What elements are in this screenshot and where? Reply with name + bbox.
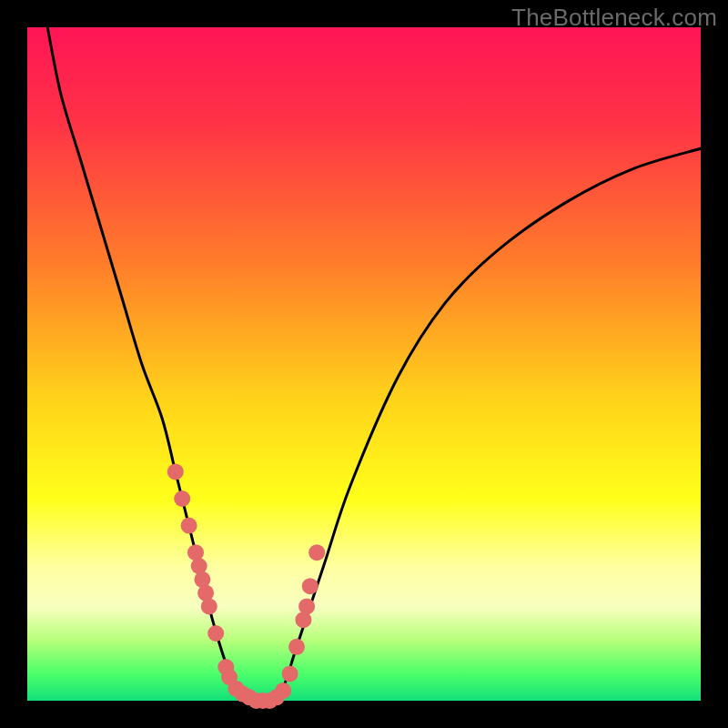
- marker-point: [174, 490, 190, 507]
- marker-point: [288, 639, 305, 655]
- marker-point: [167, 463, 184, 480]
- outer-frame: TheBottleneck.com: [0, 0, 728, 728]
- curve-overlay: [27, 27, 701, 701]
- marker-group: [167, 463, 325, 709]
- marker-point: [298, 598, 315, 614]
- marker-point: [302, 578, 318, 594]
- marker-point: [207, 625, 224, 642]
- marker-point: [181, 518, 197, 534]
- marker-point: [275, 682, 291, 699]
- marker-point: [282, 665, 298, 682]
- bottleneck-curve: [47, 27, 701, 702]
- marker-point: [308, 544, 325, 561]
- marker-point: [201, 598, 217, 614]
